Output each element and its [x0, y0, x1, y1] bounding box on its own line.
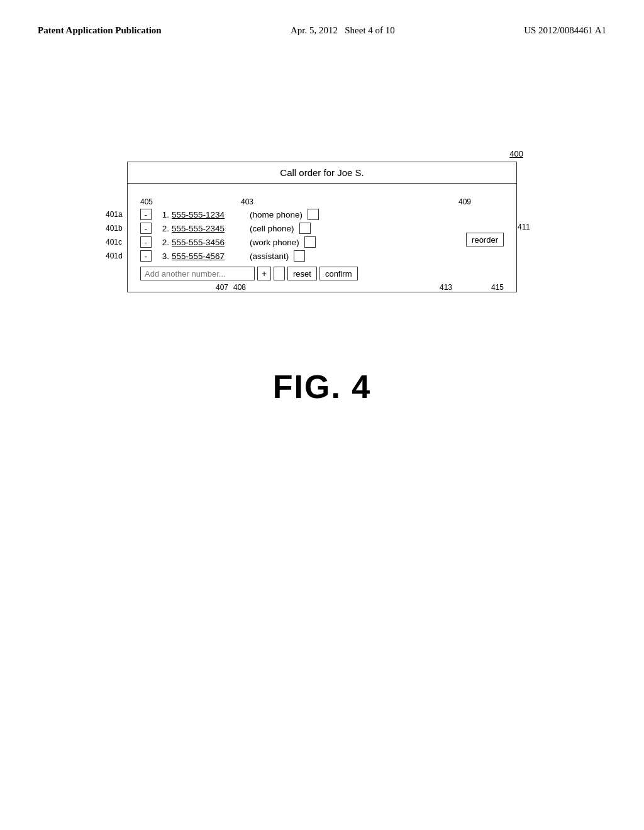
ref-400: 400	[509, 149, 523, 158]
bottom-action-row: + reset confirm 408 407 413 415	[140, 267, 504, 280]
diagram-body: 405 403 409 401a - 1. 555-555-1234 (home…	[128, 184, 516, 292]
main-content: 400 Call order for Joe S. 405 403 409	[0, 48, 644, 406]
phone-num-4: 555-555-4567	[172, 252, 247, 261]
phone-row-4: 401d - 3. 555-555-4567 (assistant)	[140, 250, 504, 262]
page-header: Patent Application Publication Apr. 5, 2…	[0, 0, 644, 48]
minus-btn-4[interactable]: -	[140, 250, 152, 262]
patent-number: US 2012/0084461 A1	[524, 25, 606, 36]
sheet-number: Sheet 4 of 10	[345, 25, 395, 35]
ref-401c: 401c	[106, 238, 122, 246]
ref-405-label: 405	[140, 197, 153, 206]
order-num-4: 3.	[152, 252, 169, 261]
phone-num-2: 555-555-2345	[172, 224, 247, 233]
ref-407: 407	[216, 283, 228, 292]
phone-type-3: (work phone)	[250, 238, 299, 247]
checkbox-1[interactable]	[308, 209, 319, 220]
order-num-2: 2.	[152, 224, 169, 233]
ref-409-label: 409	[458, 197, 471, 206]
diagram-outer: 400 Call order for Joe S. 405 403 409	[127, 162, 517, 330]
plus-button[interactable]: +	[257, 267, 271, 280]
phone-type-2: (cell phone)	[250, 224, 294, 233]
phone-type-1: (home phone)	[250, 210, 303, 219]
phone-num-3: 555-555-3456	[172, 238, 247, 247]
ref-401a: 401a	[106, 210, 123, 219]
ref-408: 408	[233, 283, 246, 292]
add-number-input[interactable]	[140, 267, 255, 280]
phone-row-3: 401c - 2. 555-555-3456 (work phone)	[140, 236, 504, 248]
ref-401d: 401d	[106, 252, 123, 260]
ref-411: 411	[518, 223, 530, 231]
top-refs-row: 405 403 409	[140, 192, 504, 206]
phone-row-2: 401b - 2. 555-555-2345 (cell phone) reor…	[140, 223, 504, 234]
checkbox-2[interactable]	[299, 223, 311, 234]
order-num-1: 1.	[152, 210, 169, 219]
ref-415: 415	[491, 283, 504, 292]
figure-label: FIG. 4	[273, 368, 371, 406]
minus-btn-1[interactable]: -	[140, 209, 152, 220]
checkbox-4[interactable]	[294, 250, 305, 262]
phone-num-1: 555-555-1234	[172, 210, 247, 219]
minus-btn-2[interactable]: -	[140, 223, 152, 234]
publication-title: Patent Application Publication	[38, 25, 162, 36]
publication-date-sheet: Apr. 5, 2012 Sheet 4 of 10	[291, 25, 395, 36]
ref-413: 413	[440, 283, 452, 292]
checkbox-3[interactable]	[304, 236, 316, 248]
diagram-box: Call order for Joe S. 405 403 409 401a -	[127, 162, 517, 292]
ref-403-label: 403	[241, 197, 253, 206]
rows-area: 401a - 1. 555-555-1234 (home phone) 401b…	[140, 209, 504, 280]
confirm-button[interactable]: confirm	[319, 267, 358, 280]
ref-401b: 401b	[106, 224, 123, 233]
publication-date: Apr. 5, 2012	[291, 25, 345, 35]
small-box-bottom	[274, 267, 285, 280]
reset-button[interactable]: reset	[287, 267, 317, 280]
diagram-title: Call order for Joe S.	[128, 162, 516, 184]
minus-btn-3[interactable]: -	[140, 236, 152, 248]
order-num-3: 2.	[152, 238, 169, 247]
phone-type-4: (assistant)	[250, 252, 289, 261]
phone-row-1: 401a - 1. 555-555-1234 (home phone)	[140, 209, 504, 220]
